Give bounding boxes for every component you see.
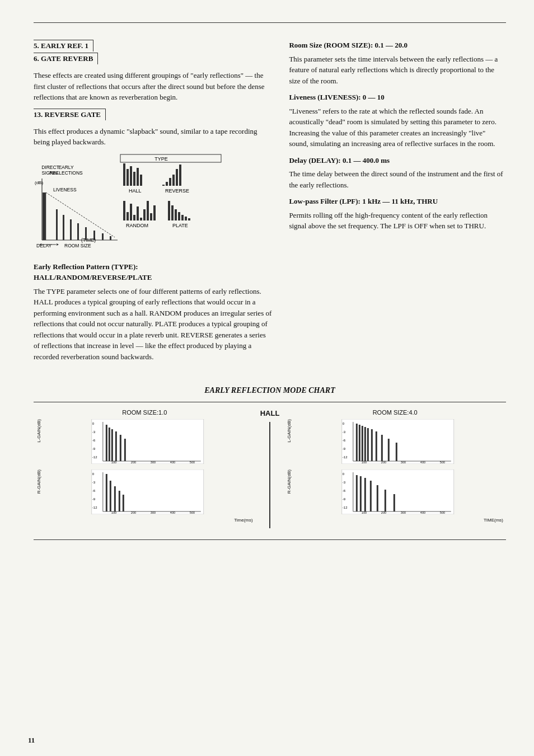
reverse-bars [162,165,181,186]
svg-rect-73 [106,474,107,511]
svg-text:300: 300 [151,461,156,464]
lgain-chart-left: 0 -3 -6 -9 -12 [43,419,253,466]
svg-rect-100 [396,443,397,461]
svg-rect-5 [137,168,139,186]
svg-text:-3: -3 [343,430,346,434]
svg-text:100: 100 [362,461,367,464]
svg-text:500: 500 [190,461,195,464]
page: 5. EARLY REF. 1 6. GATE REVERB These eff… [0,0,534,756]
lgain-wrap-right: L-GAIN(dB) 0 -3 -6 -9 -12 [287,419,503,466]
svg-text:200: 200 [381,511,386,514]
svg-rect-91 [356,424,358,461]
svg-rect-18 [140,218,142,220]
svg-text:-3: -3 [92,481,96,484]
svg-rect-24 [171,205,174,220]
chart-middle-label: HALL [260,409,280,417]
chart-right-room-label: ROOM SIZE:4.0 [287,409,503,416]
svg-rect-17 [137,206,139,220]
lgain-chart-right: 0 -3 -6 -9 -12 [293,419,503,466]
svg-rect-25 [175,209,177,220]
svg-rect-19 [143,209,146,220]
section5-title: 5. EARLY REF. 1 [34,41,88,50]
diagram-container: TYPE HALL [34,153,272,253]
section5-intro: These effects are created using differen… [34,70,272,103]
svg-rect-58 [120,435,121,461]
svg-rect-0 [120,154,221,162]
svg-rect-75 [114,486,116,511]
svg-marker-45 [57,243,59,246]
svg-rect-114 [356,475,358,511]
right-column: Room Size (ROOM SIZE): 0.1 — 20.0 This p… [289,40,506,368]
rgain-svg-right: 0 -3 -6 -9 -12 [293,469,503,514]
svg-text:-6: -6 [343,489,346,492]
delay-heading: Delay (DELAY): 0.1 — 400.0 ms [289,155,506,166]
svg-rect-95 [367,428,369,461]
svg-text:-6: -6 [343,439,346,442]
chart-row: ROOM SIZE:1.0 L-GAIN(dB) 0 [34,409,506,528]
main-content: 5. EARLY REF. 1 6. GATE REVERB These eff… [34,40,506,368]
type-label: TYPE [154,156,168,162]
section13-desc: This effect produces a dynamic "slapback… [34,126,272,148]
svg-text:200: 200 [131,461,136,464]
rgain-label-right: R-GAIN(dB) [287,469,292,494]
room-size-section: Room Size (ROOM SIZE): 0.1 — 20.0 This p… [289,40,506,86]
rgain-wrap-right: R-GAIN(dB) 0 -3 -6 -9 -12 [287,469,503,516]
svg-text:400: 400 [170,461,175,464]
svg-rect-54 [106,425,107,461]
svg-rect-11 [176,169,178,186]
svg-rect-106 [342,469,454,514]
lpf-body: Permits rolling off the high-frequency c… [289,210,506,232]
svg-text:300: 300 [401,511,406,514]
hall-bars [123,163,142,186]
svg-text:-3: -3 [92,430,96,434]
svg-text:-9: -9 [343,497,346,501]
room-size-heading: Room Size (ROOM SIZE): 0.1 — 20.0 [289,40,506,51]
svg-rect-77 [123,495,124,511]
svg-rect-94 [364,427,366,461]
svg-rect-117 [370,481,372,511]
rgain-chart-right: 0 -3 -6 -9 -12 [293,469,503,516]
svg-rect-8 [166,182,168,186]
bottom-rule [34,539,506,540]
reflections-label: REFLECTIONS [49,170,83,176]
svg-text:-12: -12 [343,506,348,509]
delay-label-diagram: DELAY [36,243,52,248]
plate-bars [168,201,190,220]
svg-rect-57 [115,431,117,461]
svg-rect-4 [133,172,135,186]
svg-rect-116 [364,478,366,511]
svg-rect-59 [124,439,126,461]
svg-rect-3 [130,166,132,186]
direct-signal-label: DIRECT [41,165,59,170]
svg-rect-41 [102,233,104,240]
svg-rect-65 [92,469,204,514]
svg-text:-9: -9 [92,497,96,501]
svg-text:200: 200 [381,461,386,464]
svg-rect-74 [110,481,111,511]
chart-left: ROOM SIZE:1.0 L-GAIN(dB) 0 [34,409,256,523]
svg-rect-23 [168,201,170,220]
random-label: RANDOM [126,223,148,228]
chart-section: EARLY REFLECTION MODE CHART ROOM SIZE:1.… [34,384,506,528]
early-ref-body: The TYPE parameter selects one of four d… [34,286,272,363]
svg-rect-26 [178,212,180,220]
svg-text:500: 500 [190,511,195,514]
liveness-body: "Liveness" refers to the rate at which t… [289,106,506,149]
svg-text:100: 100 [111,461,116,464]
svg-text:300: 300 [401,461,406,464]
svg-rect-76 [119,491,120,511]
plate-label: PLATE [172,223,188,228]
chart-title: EARLY REFLECTION MODE CHART [34,384,506,396]
svg-rect-92 [359,425,360,461]
reverse-label-diagram: REVERSE [165,188,189,194]
lgain-label-right: L-GAIN(dB) [287,419,292,443]
svg-rect-9 [169,178,171,186]
svg-rect-55 [109,428,110,461]
svg-rect-20 [147,201,149,220]
svg-rect-98 [381,435,383,461]
section13-header: 13. REVERSE GATE [34,109,272,120]
chart-right: ROOM SIZE:4.0 L-GAIN(dB) 0 -3 -6 [284,409,506,523]
svg-rect-21 [150,213,152,220]
lgain-label-left: L-GAIN(dB) [36,419,41,443]
time-label-right: TIME(ms) [287,518,503,523]
